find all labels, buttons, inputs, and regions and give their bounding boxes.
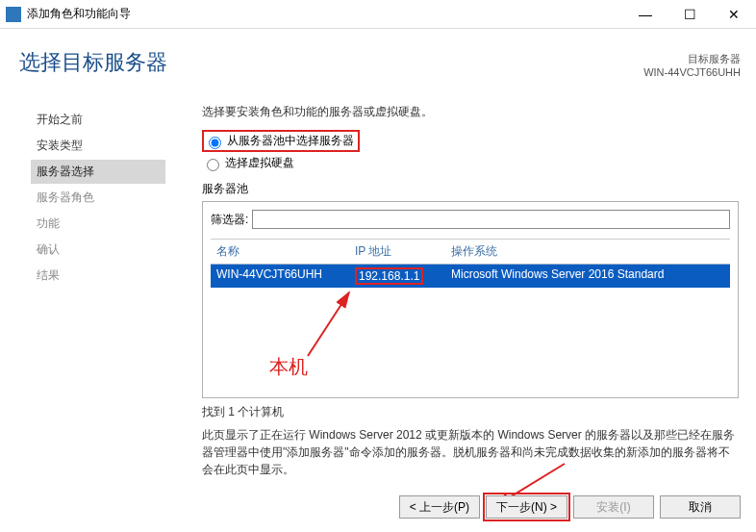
- step-confirm: 确认: [31, 238, 165, 262]
- radio-vhd-label: 选择虚拟硬盘: [225, 155, 294, 171]
- table-row[interactable]: WIN-44VCJT66UHH 192.168.1.1 Microsoft Wi…: [211, 265, 730, 288]
- col-header-os[interactable]: 操作系统: [451, 243, 730, 260]
- minimize-button[interactable]: —: [623, 0, 668, 29]
- grid-header: 名称 IP 地址 操作系统: [211, 240, 730, 265]
- maximize-button[interactable]: ☐: [668, 0, 712, 29]
- install-button: 安装(I): [573, 495, 654, 519]
- window-title: 添加角色和功能向导: [27, 6, 131, 22]
- instruction-text: 选择要安装角色和功能的服务器或虚拟硬盘。: [202, 104, 739, 120]
- cell-ip: 192.168.1.1: [355, 267, 451, 285]
- step-install-type[interactable]: 安装类型: [31, 134, 165, 158]
- main-panel: 选择要安装角色和功能的服务器或虚拟硬盘。 从服务器池中选择服务器 选择虚拟硬盘 …: [202, 104, 739, 478]
- ip-highlight: 192.168.1.1: [355, 267, 423, 285]
- page-header: 选择目标服务器: [19, 48, 167, 77]
- col-header-ip[interactable]: IP 地址: [355, 243, 451, 260]
- col-header-name[interactable]: 名称: [211, 243, 355, 260]
- radio-select-from-pool[interactable]: [209, 137, 221, 149]
- content-area: 选择目标服务器 目标服务器 WIN-44VCJT66UHH 开始之前 安装类型 …: [0, 29, 756, 532]
- step-server-roles: 服务器角色: [31, 186, 165, 210]
- radio-pool-label: 从服务器池中选择服务器: [227, 133, 354, 149]
- filter-label: 筛选器:: [211, 212, 248, 228]
- target-server-info: 目标服务器 WIN-44VCJT66UHH: [643, 52, 741, 78]
- radio-select-vhd[interactable]: [207, 159, 219, 171]
- annotation-local-machine: 本机: [269, 354, 308, 380]
- wizard-buttons: < 上一步(P) 下一步(N) > 安装(I) 取消: [399, 495, 741, 519]
- titlebar: 添加角色和功能向导 — ☐ ✕: [0, 0, 756, 29]
- target-name: WIN-44VCJT66UHH: [643, 66, 741, 78]
- page-note: 此页显示了正在运行 Windows Server 2012 或更新版本的 Win…: [202, 426, 739, 478]
- prev-button[interactable]: < 上一步(P): [399, 495, 480, 519]
- next-button[interactable]: 下一步(N) >: [486, 495, 567, 519]
- radio-pool-highlight: 从服务器池中选择服务器: [202, 130, 360, 152]
- step-before-you-begin[interactable]: 开始之前: [31, 108, 165, 132]
- app-icon: [6, 7, 21, 22]
- filter-row: 筛选器:: [211, 210, 730, 229]
- cell-name: WIN-44VCJT66UHH: [211, 267, 355, 285]
- filter-input[interactable]: [252, 210, 730, 229]
- close-button[interactable]: ✕: [712, 0, 756, 29]
- page-title: 选择目标服务器: [19, 48, 167, 77]
- step-results: 结果: [31, 264, 165, 288]
- cancel-button[interactable]: 取消: [660, 495, 741, 519]
- target-label: 目标服务器: [643, 52, 741, 66]
- cell-os: Microsoft Windows Server 2016 Standard: [451, 267, 730, 285]
- step-server-selection[interactable]: 服务器选择: [31, 160, 165, 184]
- server-pool-label: 服务器池: [202, 181, 739, 197]
- radio-option-vhd-row: 选择虚拟硬盘: [202, 155, 739, 171]
- computer-count: 找到 1 个计算机: [202, 404, 739, 420]
- step-features: 功能: [31, 212, 165, 236]
- wizard-steps: 开始之前 安装类型 服务器选择 服务器角色 功能 确认 结果: [31, 108, 165, 290]
- radio-option-pool-row: 从服务器池中选择服务器: [202, 130, 739, 152]
